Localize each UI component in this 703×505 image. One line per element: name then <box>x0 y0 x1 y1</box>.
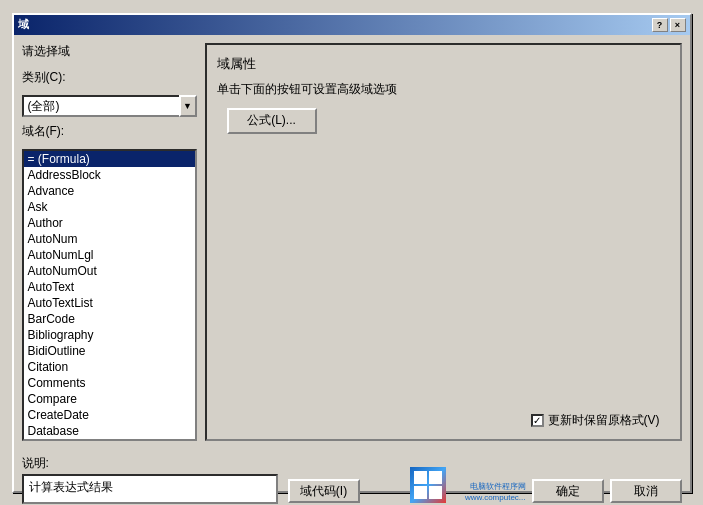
description-text: 计算表达式结果 <box>22 474 278 504</box>
dialog-bottom: 说明: 计算表达式结果 域代码(I) 电脑软件程序网www.computec..… <box>14 449 690 506</box>
field-list-item[interactable]: Bibliography <box>24 327 195 343</box>
right-section-label: 域属性 <box>217 55 670 73</box>
field-list-item[interactable]: BidiOutline <box>24 343 195 359</box>
left-panel: 请选择域 类别(C): (全部) ▼ 域名(F): = (Formula)Add… <box>22 43 197 441</box>
preserve-format-checkbox[interactable]: ✓ <box>531 414 544 427</box>
field-list-item[interactable]: AutoTextList <box>24 295 195 311</box>
main-dialog: 域 ? × 请选择域 类别(C): (全部) ▼ 域名(F): = (Formu… <box>12 13 692 493</box>
title-bar-buttons: ? × <box>652 18 686 32</box>
right-panel: 域属性 单击下面的按钮可设置高级域选项 公式(L)... ✓ 更新时保留原格式(… <box>205 43 682 441</box>
bottom-left: 说明: 计算表达式结果 <box>22 455 278 504</box>
field-list-item[interactable]: Database <box>24 423 195 439</box>
field-list-item[interactable]: Author <box>24 215 195 231</box>
left-section-label: 请选择域 <box>22 43 197 60</box>
field-list-item[interactable]: Advance <box>24 183 195 199</box>
category-select[interactable]: (全部) <box>22 95 197 117</box>
help-button[interactable]: ? <box>652 18 668 32</box>
preserve-format-row: ✓ 更新时保留原格式(V) <box>531 412 660 429</box>
dialog-title: 域 <box>18 17 29 32</box>
ok-button[interactable]: 确定 <box>532 479 604 503</box>
field-list-item[interactable]: AutoNumOut <box>24 263 195 279</box>
windows-logo-icon <box>410 467 446 503</box>
watermark-text: 电脑软件程序网www.computec... <box>465 481 525 503</box>
field-list-item[interactable]: Ask <box>24 199 195 215</box>
fieldname-label: 域名(F): <box>22 123 197 140</box>
right-description: 单击下面的按钮可设置高级域选项 <box>217 81 670 98</box>
field-list-item[interactable]: BarCode <box>24 311 195 327</box>
title-bar: 域 ? × <box>14 15 690 35</box>
field-list-item[interactable]: CreateDate <box>24 407 195 423</box>
bottom-action-row: 域代码(I) 电脑软件程序网www.computec... 确定 取消 <box>288 455 682 503</box>
field-list-item[interactable]: = (Formula) <box>24 151 195 167</box>
field-list-item[interactable]: Citation <box>24 359 195 375</box>
right-bottom: ✓ 更新时保留原格式(V) <box>217 412 670 429</box>
category-label: 类别(C): <box>22 69 197 86</box>
field-list-item[interactable]: Comments <box>24 375 195 391</box>
formula-button[interactable]: 公式(L)... <box>227 108 317 134</box>
field-list-item[interactable]: AutoNum <box>24 231 195 247</box>
field-list[interactable]: = (Formula)AddressBlockAdvanceAskAuthorA… <box>22 149 197 441</box>
field-list-item[interactable]: AutoNumLgl <box>24 247 195 263</box>
watermark-area: 电脑软件程序网www.computec... <box>366 455 526 503</box>
bottom-right: 域代码(I) 电脑软件程序网www.computec... 确定 取消 <box>288 455 682 503</box>
field-list-item[interactable]: AddressBlock <box>24 167 195 183</box>
cancel-button[interactable]: 取消 <box>610 479 682 503</box>
category-select-wrapper: (全部) ▼ <box>22 95 197 117</box>
description-label: 说明: <box>22 455 278 472</box>
field-list-item[interactable]: Compare <box>24 391 195 407</box>
preserve-format-label: 更新时保留原格式(V) <box>548 412 660 429</box>
description-content: 计算表达式结果 <box>29 480 113 494</box>
field-code-button[interactable]: 域代码(I) <box>288 479 360 503</box>
field-list-item[interactable]: AutoText <box>24 279 195 295</box>
close-button[interactable]: × <box>670 18 686 32</box>
dialog-content: 请选择域 类别(C): (全部) ▼ 域名(F): = (Formula)Add… <box>14 35 690 449</box>
